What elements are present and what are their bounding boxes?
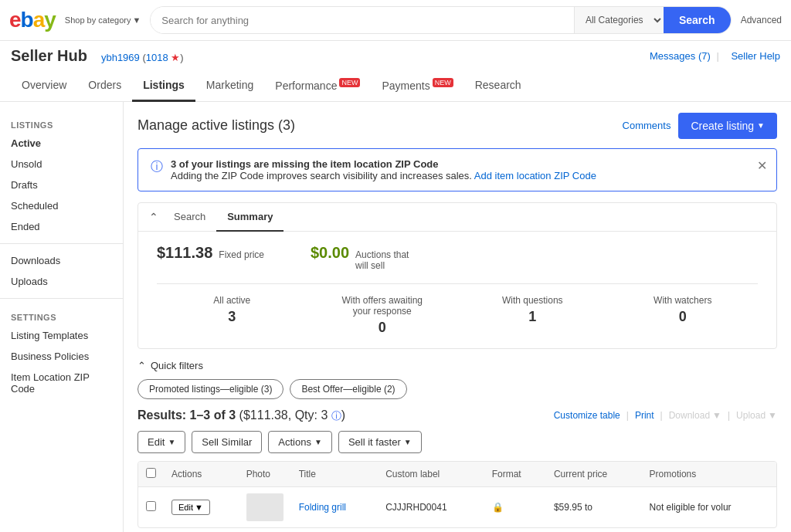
edit-arrow: ▼ — [168, 438, 175, 446]
auction-price-value: $0.00 — [311, 244, 349, 262]
row-photo-cell — [239, 486, 291, 527]
sidebar-item-uploads[interactable]: Uploads — [0, 271, 123, 292]
seller-help-link[interactable]: Seller Help — [731, 50, 780, 62]
messages-link[interactable]: Messages (7) — [650, 50, 711, 62]
upload-dropdown[interactable]: Upload ▼ — [736, 410, 777, 421]
nav-tabs: Overview Orders Listings Marketing Perfo… — [0, 71, 791, 102]
quick-filters-header[interactable]: ⌃ Quick filters — [137, 360, 777, 371]
download-dropdown[interactable]: Download ▼ — [669, 410, 721, 421]
col-actions: Actions — [164, 462, 239, 487]
search-button[interactable]: Search — [664, 7, 731, 33]
star-icon: ★ — [171, 52, 180, 63]
alert-banner: ⓘ 3 of your listings are missing the ite… — [137, 148, 777, 191]
sell-similar-button[interactable]: Sell Similar — [192, 431, 262, 453]
sidebar-item-listing-templates[interactable]: Listing Templates — [0, 325, 123, 346]
search-input[interactable] — [151, 7, 574, 33]
filter-chips: Promoted listings—eligible (3) Best Offe… — [137, 379, 777, 399]
filter-promoted-listings[interactable]: Promoted listings—eligible (3) — [137, 379, 283, 399]
tab-listings[interactable]: Listings — [132, 71, 195, 102]
price-row: $111.38 Fixed price $0.00 Auctions that … — [157, 244, 758, 271]
username-link[interactable]: ybh1969 — [101, 52, 140, 63]
tab-performance[interactable]: PerformanceNEW — [264, 71, 371, 102]
col-checkbox — [138, 462, 164, 487]
auction-price-item: $0.00 Auctions that will sell — [311, 244, 417, 271]
fixed-price-item: $111.38 Fixed price — [157, 244, 264, 262]
seller-hub-bar: Seller Hub ybh1969 (1018 ★) Messages (7)… — [0, 41, 791, 71]
filter-best-offer[interactable]: Best Offer—eligible (2) — [290, 379, 406, 399]
stat-questions: With questions 1 — [457, 295, 608, 336]
ebay-logo[interactable]: ebay — [9, 8, 56, 32]
manage-actions: Comments Create listing ▼ — [623, 113, 777, 139]
listings-table: Actions Photo Title Custom label Format … — [137, 461, 777, 528]
print-link[interactable]: Print — [635, 410, 654, 421]
col-format: Format — [484, 462, 546, 487]
fixed-price-label: Fixed price — [219, 249, 264, 260]
panel-tab-search[interactable]: Search — [163, 203, 216, 232]
toolbar: Edit ▼ Sell Similar Actions ▼ Sell it fa… — [137, 431, 777, 453]
auction-price-label: Auctions that will sell — [355, 249, 417, 271]
sidebar-item-business-policies[interactable]: Business Policies — [0, 346, 123, 367]
panel-tab-summary[interactable]: Summary — [216, 203, 283, 232]
advanced-link[interactable]: Advanced — [741, 15, 782, 25]
sidebar-item-zip-code[interactable]: Item Location ZIP Code — [0, 367, 123, 399]
actions-button[interactable]: Actions ▼ — [268, 431, 332, 453]
row-format-cell: 🔒 — [484, 486, 546, 527]
panel-toggle-button[interactable]: ⌃ — [149, 203, 163, 231]
select-all-checkbox[interactable] — [146, 468, 156, 478]
format-lock-icon: 🔒 — [492, 502, 504, 513]
quick-filters-chevron: ⌃ — [137, 360, 146, 371]
col-title: Title — [291, 462, 379, 487]
tab-research[interactable]: Research — [464, 71, 532, 102]
sidebar-item-unsold[interactable]: Unsold — [0, 154, 123, 175]
results-row: Results: 1–3 of 3 ($111.38, Qty: 3 ⓘ) Cu… — [137, 408, 777, 423]
manage-title: Manage active listings (3) — [137, 117, 295, 134]
actions-arrow: ▼ — [314, 438, 322, 446]
row-label-cell: CJJJRHD0041 — [378, 486, 484, 527]
table-row: Edit ▼ Folding grill CJJJRHD0041 🔒 — [138, 486, 776, 527]
sidebar-divider-2 — [0, 298, 123, 299]
tab-payments[interactable]: PaymentsNEW — [371, 71, 463, 102]
quick-filters-section: ⌃ Quick filters Promoted listings—eligib… — [137, 360, 777, 399]
col-photo: Photo — [239, 462, 291, 487]
shop-by-category[interactable]: Shop by category ▼ — [65, 15, 141, 25]
listing-title-link[interactable]: Folding grill — [299, 502, 346, 513]
row-title-cell: Folding grill — [291, 486, 379, 527]
sell-faster-button[interactable]: Sell it faster ▼ — [338, 431, 422, 453]
comments-link[interactable]: Comments — [623, 120, 671, 131]
row-checkbox[interactable] — [146, 501, 156, 511]
sidebar-item-active[interactable]: Active — [0, 133, 123, 154]
add-zip-link[interactable]: Add item location ZIP Code — [474, 170, 596, 181]
tab-marketing[interactable]: Marketing — [195, 71, 264, 102]
create-listing-button[interactable]: Create listing ▼ — [678, 113, 777, 139]
alert-close-button[interactable]: ✕ — [757, 158, 767, 173]
sidebar-item-scheduled[interactable]: Scheduled — [0, 195, 123, 216]
data-table: Actions Photo Title Custom label Format … — [138, 462, 776, 527]
alert-text: 3 of your listings are missing the item … — [171, 158, 596, 181]
panel-tabs: ⌃ Search Summary — [138, 203, 776, 232]
col-price: Current price — [546, 462, 642, 487]
row-checkbox-cell — [138, 486, 164, 527]
sidebar-item-ended[interactable]: Ended — [0, 216, 123, 237]
rating-link[interactable]: 1018 — [146, 52, 168, 63]
tab-overview[interactable]: Overview — [11, 71, 77, 102]
row-price-cell: $59.95 to — [546, 486, 642, 527]
stat-watchers: With watchers 0 — [608, 295, 759, 336]
results-title: Results: 1–3 of 3 ($111.38, Qty: 3 ⓘ) — [137, 408, 345, 423]
row-edit-arrow: ▼ — [195, 503, 203, 512]
edit-button[interactable]: Edit ▼ — [137, 431, 185, 453]
summary-stats: $111.38 Fixed price $0.00 Auctions that … — [138, 232, 776, 348]
row-edit-button[interactable]: Edit ▼ — [171, 500, 210, 515]
content-area: Manage active listings (3) Comments Crea… — [124, 102, 791, 532]
header-links: Messages (7) | Seller Help — [643, 50, 780, 62]
info-icon: ⓘ — [151, 159, 163, 175]
customize-table-link[interactable]: Customize table — [554, 410, 620, 421]
row-action-cell: Edit ▼ — [164, 486, 239, 527]
settings-section-label: SETTINGS — [0, 305, 123, 325]
tab-orders[interactable]: Orders — [77, 71, 132, 102]
results-info-icon[interactable]: ⓘ — [331, 410, 341, 422]
summary-panel: ⌃ Search Summary $111.38 Fixed price $0.… — [137, 202, 777, 349]
sidebar-item-downloads[interactable]: Downloads — [0, 250, 123, 271]
category-select[interactable]: All Categories — [574, 7, 664, 33]
create-listing-arrow: ▼ — [757, 121, 765, 130]
sidebar-item-drafts[interactable]: Drafts — [0, 175, 123, 195]
